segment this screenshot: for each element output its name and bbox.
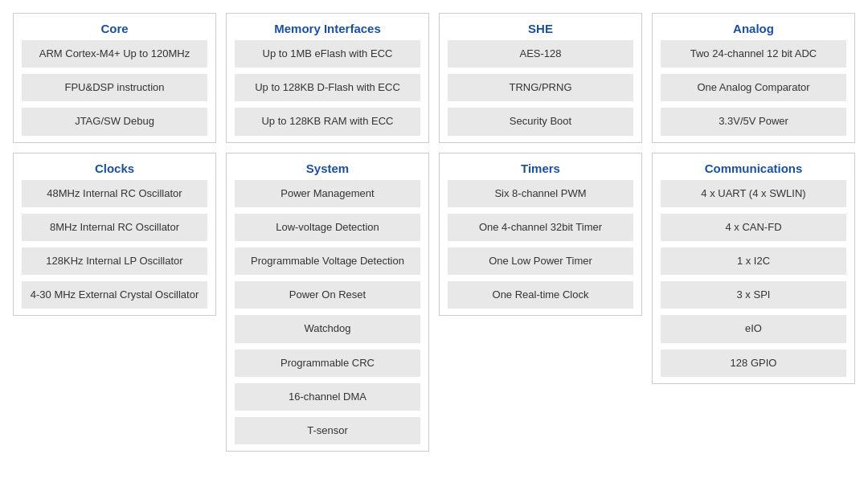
card-title-communications: Communications (653, 153, 854, 180)
card-item-memory-interfaces-1: Up to 128KB D-Flash with ECC (235, 74, 420, 101)
card-items-timers: Six 8-channel PWMOne 4-channel 32bit Tim… (440, 180, 641, 316)
column-2: SHEAES-128TRNG/PRNGSecurity BootTimersSi… (439, 13, 642, 452)
card-item-core-0: ARM Cortex-M4+ Up to 120MHz (22, 40, 207, 67)
column-1: Memory InterfacesUp to 1MB eFlash with E… (226, 13, 429, 452)
card-item-system-4: Watchdog (235, 315, 420, 342)
card-item-communications-3: 3 x SPI (661, 281, 846, 309)
card-items-system: Power ManagementLow-voltage DetectionPro… (227, 180, 428, 452)
card-items-she: AES-128TRNG/PRNGSecurity Boot (440, 40, 641, 142)
card-title-system: System (227, 153, 428, 180)
card-item-analog-1: One Analog Comparator (661, 74, 846, 101)
card-title-analog: Analog (653, 14, 854, 40)
card-item-system-5: Programmable CRC (235, 350, 420, 377)
card-item-analog-0: Two 24-channel 12 bit ADC (661, 40, 846, 67)
card-item-communications-4: eIO (661, 315, 846, 342)
card-item-system-6: 16-channel DMA (235, 383, 420, 411)
card-item-communications-2: 1 x I2C (661, 247, 846, 275)
card-item-system-7: T-sensor (235, 417, 420, 444)
card-memory-interfaces: Memory InterfacesUp to 1MB eFlash with E… (226, 13, 429, 143)
card-core: CoreARM Cortex-M4+ Up to 120MHzFPU&DSP i… (13, 13, 216, 143)
card-items-clocks: 48MHz Internal RC Oscillator8MHz Interna… (14, 180, 215, 316)
card-item-core-2: JTAG/SW Debug (22, 108, 207, 135)
card-title-memory-interfaces: Memory Interfaces (227, 14, 428, 40)
card-communications: Communications4 x UART (4 x SWLIN)4 x CA… (652, 153, 855, 384)
card-item-she-2: Security Boot (448, 108, 633, 135)
card-item-she-1: TRNG/PRNG (448, 74, 633, 101)
card-items-analog: Two 24-channel 12 bit ADCOne Analog Comp… (653, 40, 854, 142)
card-title-clocks: Clocks (14, 153, 215, 180)
card-item-communications-1: 4 x CAN-FD (661, 214, 846, 241)
card-item-clocks-2: 128KHz Internal LP Oscillator (22, 247, 207, 275)
card-item-system-2: Programmable Voltage Detection (235, 247, 420, 275)
card-items-core: ARM Cortex-M4+ Up to 120MHzFPU&DSP instr… (14, 40, 215, 142)
card-item-timers-0: Six 8-channel PWM (448, 180, 633, 207)
card-item-timers-3: One Real-time Clock (448, 281, 633, 309)
card-item-clocks-3: 4-30 MHz External Crystal Oscillator (22, 281, 207, 309)
card-item-clocks-0: 48MHz Internal RC Oscillator (22, 180, 207, 207)
card-item-memory-interfaces-2: Up to 128KB RAM with ECC (235, 108, 420, 135)
card-clocks: Clocks48MHz Internal RC Oscillator8MHz I… (13, 153, 216, 317)
card-item-clocks-1: 8MHz Internal RC Oscillator (22, 214, 207, 241)
card-she: SHEAES-128TRNG/PRNGSecurity Boot (439, 13, 642, 143)
card-item-system-3: Power On Reset (235, 281, 420, 309)
card-item-system-0: Power Management (235, 180, 420, 207)
card-system: SystemPower ManagementLow-voltage Detect… (226, 153, 429, 452)
card-analog: AnalogTwo 24-channel 12 bit ADCOne Analo… (652, 13, 855, 143)
card-item-timers-2: One Low Power Timer (448, 247, 633, 275)
main-grid: CoreARM Cortex-M4+ Up to 120MHzFPU&DSP i… (13, 13, 855, 452)
card-items-communications: 4 x UART (4 x SWLIN)4 x CAN-FD1 x I2C3 x… (653, 180, 854, 383)
card-timers: TimersSix 8-channel PWMOne 4-channel 32b… (439, 153, 642, 317)
card-item-timers-1: One 4-channel 32bit Timer (448, 214, 633, 241)
card-item-system-1: Low-voltage Detection (235, 214, 420, 241)
card-title-timers: Timers (440, 153, 641, 180)
column-3: AnalogTwo 24-channel 12 bit ADCOne Analo… (652, 13, 855, 452)
card-item-she-0: AES-128 (448, 40, 633, 67)
card-title-she: SHE (440, 14, 641, 40)
column-0: CoreARM Cortex-M4+ Up to 120MHzFPU&DSP i… (13, 13, 216, 452)
card-item-analog-2: 3.3V/5V Power (661, 108, 846, 135)
card-item-communications-0: 4 x UART (4 x SWLIN) (661, 180, 846, 207)
card-item-memory-interfaces-0: Up to 1MB eFlash with ECC (235, 40, 420, 67)
card-items-memory-interfaces: Up to 1MB eFlash with ECCUp to 128KB D-F… (227, 40, 428, 142)
card-item-core-1: FPU&DSP instruction (22, 74, 207, 101)
card-title-core: Core (14, 14, 215, 40)
card-item-communications-5: 128 GPIO (661, 350, 846, 377)
